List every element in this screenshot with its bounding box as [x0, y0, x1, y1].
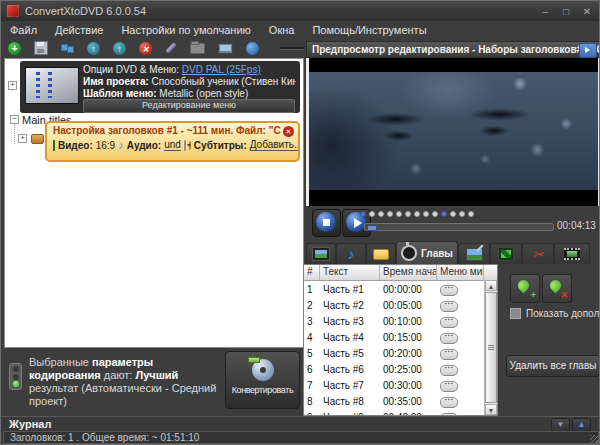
table-row[interactable]: 5Часть #500:20:00: [304, 345, 497, 361]
preview-next-button[interactable]: [579, 43, 597, 58]
menu-item[interactable]: Настройки по умолчанию: [121, 24, 250, 36]
chapter-marker-dot[interactable]: [441, 211, 447, 217]
tab-image-edit[interactable]: [458, 243, 490, 264]
log-collapse-button[interactable]: ▼: [551, 418, 570, 432]
chapter-marker-dot[interactable]: [405, 211, 411, 217]
column-header-num[interactable]: #: [304, 265, 320, 280]
log-panel-header[interactable]: Журнал: [1, 416, 599, 431]
close-button[interactable]: ✕: [581, 6, 593, 17]
remove-title-button[interactable]: [283, 126, 294, 137]
show-additional-checkbox[interactable]: [510, 308, 521, 319]
chapter-marker-dot[interactable]: [378, 211, 384, 217]
seek-handle[interactable]: [367, 225, 377, 231]
merge-button[interactable]: [61, 41, 74, 56]
thumbnail-menu-button[interactable]: [440, 413, 458, 416]
thumbnail-menu-button[interactable]: [440, 381, 458, 392]
column-header-menu[interactable]: Меню миниа...: [437, 265, 484, 280]
resize-grip[interactable]: [590, 435, 598, 443]
video-preview[interactable]: [306, 58, 600, 206]
convert-button[interactable]: Конвертировать: [225, 351, 300, 409]
chapter-marker-dot[interactable]: [423, 211, 429, 217]
delete-all-chapters-button[interactable]: Удалить все главы: [506, 355, 600, 377]
column-header-start[interactable]: Время начала: [380, 265, 437, 280]
scroll-up-arrow[interactable]: ▲: [485, 280, 497, 291]
subtitles-add-link[interactable]: Добавить...: [250, 139, 300, 151]
table-row[interactable]: 2Часть #200:05:00: [304, 297, 497, 313]
browse-button[interactable]: [190, 41, 205, 56]
chapter-marker-dot[interactable]: [468, 211, 474, 217]
tree-root-expander[interactable]: [10, 115, 19, 124]
tab-audio[interactable]: ♪: [336, 243, 366, 264]
table-row[interactable]: 9Часть #900:40:00: [304, 409, 497, 416]
chapter-marker-dot[interactable]: [360, 211, 366, 217]
menu-item[interactable]: Окна: [269, 24, 295, 36]
audio-dropdown-button[interactable]: [184, 140, 186, 151]
thumbnail-menu-button[interactable]: [440, 349, 458, 360]
menu-item[interactable]: Помощь/Инструменты: [312, 24, 426, 36]
log-expand-button[interactable]: ▲: [572, 418, 591, 432]
chapter-marker-dot[interactable]: [450, 211, 456, 217]
maximize-button[interactable]: □: [560, 6, 572, 17]
thumbnail-menu-button[interactable]: [440, 397, 458, 408]
chapter-marker-dot[interactable]: [459, 211, 465, 217]
menu-item[interactable]: Файл: [10, 24, 37, 36]
tab-resize[interactable]: [490, 243, 522, 264]
thumbnail-menu-button[interactable]: [440, 301, 458, 312]
thumbnail-menu-button[interactable]: [440, 365, 458, 376]
delete-chapter-button[interactable]: ✕: [542, 274, 572, 303]
website-button[interactable]: [246, 41, 259, 56]
remove-button[interactable]: [139, 41, 152, 56]
audio-language-link[interactable]: und: [164, 139, 181, 151]
delete-icon: [139, 42, 152, 55]
table-scrollbar[interactable]: ▲ ▼: [484, 280, 497, 415]
thumbnail-menu-button[interactable]: [440, 317, 458, 328]
table-row[interactable]: 7Часть #700:30:00: [304, 377, 497, 393]
preview-window-button[interactable]: [218, 41, 233, 56]
table-row[interactable]: 3Часть #300:10:00: [304, 313, 497, 329]
chapter-marker-dot[interactable]: [432, 211, 438, 217]
title-expander[interactable]: [18, 134, 27, 143]
dvd-format-link[interactable]: DVD PAL (25Fps): [182, 64, 261, 75]
menu-preview-thumbnail[interactable]: [25, 67, 79, 104]
settings-button[interactable]: [165, 41, 177, 56]
zoom-slider[interactable]: [280, 41, 304, 55]
tab-filmstrip[interactable]: [554, 243, 590, 264]
tab-video-options[interactable]: [306, 243, 336, 264]
thumbnail-menu-button[interactable]: [440, 285, 458, 296]
add-file-button[interactable]: [8, 41, 21, 56]
thumbnail-menu-button[interactable]: [440, 333, 458, 344]
stop-button[interactable]: [312, 209, 341, 237]
minimize-button[interactable]: –: [539, 6, 551, 17]
scroll-down-arrow[interactable]: ▼: [485, 404, 497, 415]
table-cell: Часть #8: [320, 396, 380, 407]
edit-menu-button[interactable]: Редактирование меню: [83, 99, 295, 113]
table-cell: 7: [304, 380, 320, 391]
table-row[interactable]: 6Часть #600:25:00: [304, 361, 497, 377]
move-up-button[interactable]: [87, 41, 100, 56]
add-chapter-button[interactable]: +: [510, 274, 540, 303]
tab-subtitles[interactable]: [366, 243, 396, 264]
table-row[interactable]: 4Часть #400:15:00: [304, 329, 497, 345]
tree-guide-line: [14, 124, 15, 144]
tab-chapters[interactable]: Главы: [396, 241, 458, 264]
subtitles-label: Субтитры:: [194, 140, 247, 151]
table-row[interactable]: 8Часть #800:35:00: [304, 393, 497, 409]
chapter-marker-dot[interactable]: [396, 211, 402, 217]
seek-bar[interactable]: [364, 223, 554, 231]
tab-cut[interactable]: ✂: [522, 243, 554, 264]
update-button[interactable]: [113, 41, 126, 56]
chapter-marker-dot[interactable]: [414, 211, 420, 217]
save-project-button[interactable]: [34, 41, 48, 56]
chapter-marker-dot[interactable]: [387, 211, 393, 217]
status-bar: Заголовков: 1 . Общее время: ~ 01:51:10: [3, 431, 599, 444]
title-item[interactable]: Настройка заголовков #1 - ~111 мин. Файл…: [45, 121, 300, 162]
table-cell: [437, 362, 484, 376]
table-cell: 00:10:00: [380, 316, 437, 327]
table-row[interactable]: 1Часть #100:00:00: [304, 281, 497, 297]
column-header-text[interactable]: Текст: [320, 265, 380, 280]
scroll-thumb[interactable]: [485, 292, 497, 403]
chapter-marker-dot[interactable]: [369, 211, 375, 217]
chapter-markers[interactable]: [360, 211, 474, 217]
menu-item[interactable]: Действие: [55, 24, 103, 36]
info-expander[interactable]: [8, 81, 17, 90]
